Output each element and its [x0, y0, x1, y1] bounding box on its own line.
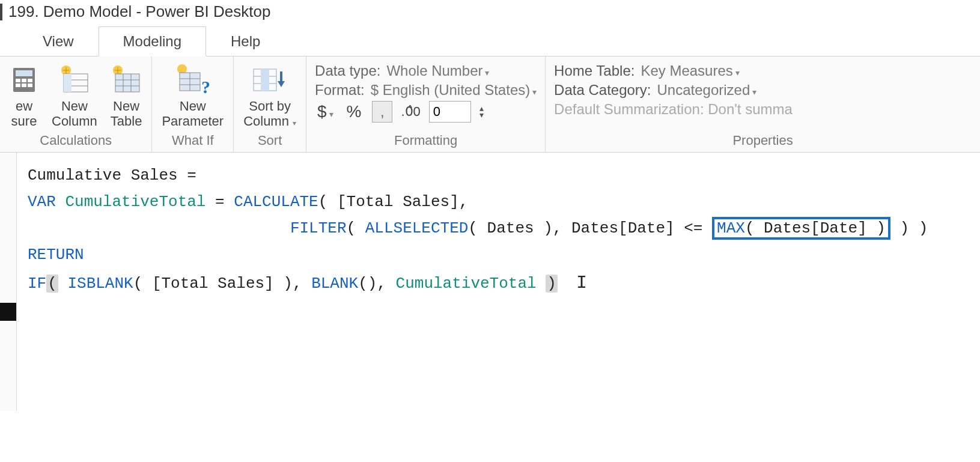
new-table-button[interactable]: New Table [109, 60, 144, 130]
group-properties-label: Properties [732, 133, 793, 148]
decimal-places-input[interactable] [429, 101, 471, 123]
data-type-label: Data type: [315, 62, 380, 79]
window-title: 199. Demo Model - Power BI Desktop [8, 2, 270, 21]
new-table-label: New Table [111, 99, 142, 129]
home-table-label: Home Table: [554, 62, 635, 79]
formula-bar: Cumulative Sales = VAR CumulativeTotal =… [0, 153, 980, 411]
data-type-dropdown[interactable]: Whole Number [386, 62, 489, 79]
group-whatif-label: What If [172, 133, 214, 148]
new-column-label: New Column [52, 99, 97, 129]
ribbon-tabs: View Modeling Help [0, 26, 980, 56]
group-whatif: ? New Parameter What If [152, 56, 234, 152]
decimal-icon: .0̂0 [401, 104, 420, 120]
svg-rect-3 [22, 79, 26, 82]
title-divider [0, 4, 2, 20]
new-parameter-button[interactable]: ? New Parameter [160, 60, 225, 130]
data-category-label: Data Category: [554, 82, 651, 99]
text-cursor-icon: I [576, 273, 587, 293]
new-parameter-icon: ? [175, 61, 211, 99]
svg-rect-28 [261, 69, 269, 91]
new-measure-button[interactable]: ew sure [8, 60, 40, 130]
default-summarization-label[interactable]: Default Summarization: Don't summa [554, 101, 793, 118]
svg-rect-6 [22, 84, 26, 87]
svg-rect-1 [16, 70, 32, 76]
gutter-marker [0, 303, 16, 321]
window-titlebar: 199. Demo Model - Power BI Desktop [0, 0, 980, 26]
svg-rect-12 [64, 74, 72, 92]
data-category-dropdown[interactable]: Uncategorized [657, 82, 757, 99]
ribbon: ew sure New Column New Table Calculation… [0, 56, 980, 153]
decimal-spinner[interactable]: ▴▾ [479, 105, 484, 118]
tab-modeling[interactable]: Modeling [99, 26, 206, 56]
tab-view[interactable]: View [18, 26, 99, 56]
svg-rect-14 [115, 74, 139, 92]
group-calculations: ew sure New Column New Table Calculation… [0, 56, 152, 152]
home-table-dropdown[interactable]: Key Measures [641, 62, 739, 79]
format-label: Format: [315, 82, 365, 99]
format-dropdown[interactable]: $ English (United States) [371, 82, 537, 99]
tab-help[interactable]: Help [206, 26, 285, 56]
sort-by-column-button[interactable]: Sort by Column ▾ [242, 60, 297, 130]
new-parameter-label: New Parameter [162, 99, 224, 129]
sort-by-column-label: Sort by Column ▾ [243, 99, 296, 129]
svg-rect-5 [16, 84, 20, 87]
group-formatting-label: Formatting [394, 133, 457, 148]
dax-editor[interactable]: Cumulative Sales = VAR CumulativeTotal =… [17, 153, 980, 411]
group-calculations-label: Calculations [40, 133, 112, 148]
group-sort-label: Sort [258, 133, 282, 148]
thousands-separator-button[interactable]: , [372, 101, 392, 123]
new-column-button[interactable]: New Column [50, 60, 99, 130]
sort-by-column-icon [251, 61, 288, 99]
currency-button[interactable]: $ [315, 102, 335, 121]
svg-rect-2 [16, 79, 20, 82]
group-sort: Sort by Column ▾ Sort [234, 56, 306, 152]
group-formatting: Data type: Whole Number Format: $ Englis… [306, 56, 546, 152]
new-measure-label: ew sure [11, 99, 37, 129]
svg-rect-4 [28, 79, 32, 82]
formula-gutter [0, 153, 17, 411]
group-properties: Home Table: Key Measures Data Category: … [546, 56, 980, 152]
svg-text:?: ? [201, 77, 210, 97]
calculator-icon [10, 61, 38, 99]
new-column-icon [59, 61, 90, 99]
new-table-icon [111, 61, 142, 99]
percent-button[interactable]: % [344, 102, 364, 121]
svg-rect-7 [28, 84, 32, 87]
